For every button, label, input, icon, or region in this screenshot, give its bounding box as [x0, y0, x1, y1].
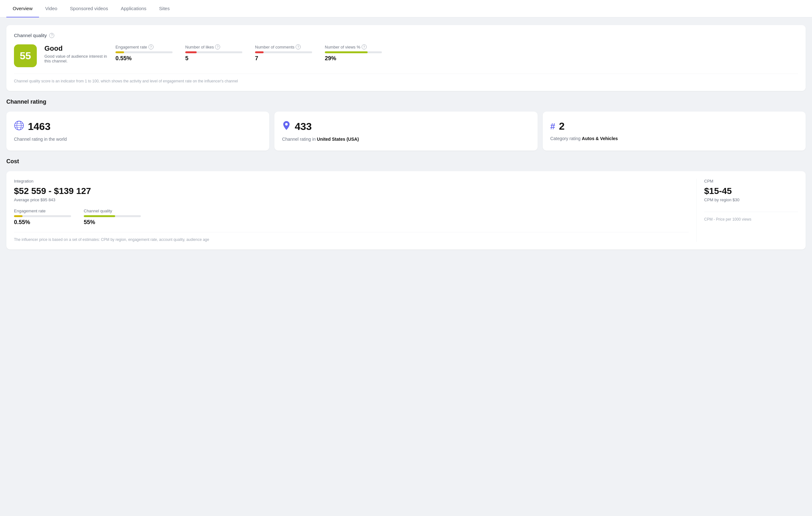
channel-quality-header: Channel quality ? [14, 33, 798, 38]
tab-applications[interactable]: Applications [115, 0, 153, 18]
page-body: Channel quality ? 55 Good Good value of … [0, 18, 812, 257]
cost-left: Integration $52 559 - $139 127 Average p… [14, 179, 697, 242]
tab-overview[interactable]: Overview [6, 0, 39, 18]
likes-help-icon[interactable]: ? [215, 44, 220, 50]
comments-help-icon[interactable]: ? [296, 44, 301, 50]
tab-sponsored[interactable]: Sponsored videos [64, 0, 115, 18]
tab-sites[interactable]: Sites [153, 0, 176, 18]
engagement-rate-value: 0.55% [115, 55, 173, 62]
score-badge: 55 [14, 44, 37, 67]
cost-inner: Integration $52 559 - $139 127 Average p… [14, 179, 798, 242]
cost-engagement-rate: Engagement rate 0.55% [14, 209, 71, 226]
metric-likes: Number of likes ? 5 [185, 44, 242, 62]
metrics-row: Engagement rate ? 0.55% Number of likes … [115, 44, 798, 62]
cpm-footnote: CPM - Price per 1000 views [704, 212, 798, 221]
integration-price: $52 559 - $139 127 [14, 186, 689, 196]
quality-grade: Good [45, 44, 108, 53]
comments-value: 7 [255, 55, 312, 62]
integration-avg: Average price $95 843 [14, 198, 689, 202]
cost-title: Cost [6, 158, 806, 165]
views-help-icon[interactable]: ? [361, 44, 367, 50]
cost-engagement-label: Engagement rate [14, 209, 71, 213]
cpm-sub: CPM by region $30 [704, 198, 798, 202]
metric-engagement-rate: Engagement rate ? 0.55% [115, 44, 173, 62]
rating-top-world: 1463 [14, 120, 262, 133]
tabs-bar: Overview Video Sponsored videos Applicat… [0, 0, 812, 18]
channel-quality-help-icon[interactable]: ? [49, 33, 54, 38]
rating-card-category: # 2 Category rating Autos & Vehicles [543, 112, 806, 151]
cpm-price: $15-45 [704, 186, 798, 196]
channel-quality-title: Channel quality [14, 33, 47, 38]
engagement-rate-fill [115, 51, 124, 53]
cost-quality-value: 55% [84, 219, 141, 226]
integration-footnote: The influencer price is based on a set o… [14, 232, 689, 242]
globe-icon [14, 120, 24, 133]
quality-main: 55 Good Good value of audience interest … [14, 44, 798, 67]
cost-quality-label: Channel quality [84, 209, 141, 213]
quality-footnote: Channel quality score is an indicator fr… [14, 73, 798, 83]
world-rating-desc: Channel rating in the world [14, 136, 262, 142]
likes-fill [185, 51, 197, 53]
cpm-label: CPM [704, 179, 798, 184]
quality-description: Good value of audience interest in this … [45, 54, 108, 63]
metric-views: Number of views % ? 29% [325, 44, 382, 62]
metric-comments-label: Number of comments ? [255, 44, 312, 50]
category-rating-desc: Category rating Autos & Vehicles [550, 136, 798, 141]
channel-rating-section: Channel rating 1463 C [6, 98, 806, 151]
views-value: 29% [325, 55, 382, 62]
engagement-rate-track [115, 51, 173, 53]
integration-label: Integration [14, 179, 689, 184]
channel-rating-title: Channel rating [6, 98, 806, 105]
cost-section: Cost Integration $52 559 - $139 127 Aver… [6, 158, 806, 249]
tab-video[interactable]: Video [39, 0, 64, 18]
cost-quality-track [84, 215, 141, 217]
likes-value: 5 [185, 55, 242, 62]
svg-point-5 [285, 123, 288, 125]
comments-fill [255, 51, 264, 53]
rating-top-category: # 2 [550, 120, 798, 132]
rating-card-country: 433 Channel rating in United States (USA… [274, 112, 537, 151]
metric-comments: Number of comments ? 7 [255, 44, 312, 62]
cost-metrics: Engagement rate 0.55% Channel quality [14, 209, 689, 226]
hash-icon: # [550, 121, 555, 131]
metric-likes-label: Number of likes ? [185, 44, 242, 50]
cost-right: CPM $15-45 CPM by region $30 CPM - Price… [697, 179, 798, 242]
world-rating-number: 1463 [28, 121, 51, 132]
cost-channel-quality: Channel quality 55% [84, 209, 141, 226]
channel-quality-card: Channel quality ? 55 Good Good value of … [6, 25, 806, 91]
quality-label: Good Good value of audience interest in … [45, 44, 108, 63]
metric-engagement-rate-label: Engagement rate ? [115, 44, 173, 50]
rating-top-country: 433 [282, 120, 530, 133]
cost-card: Integration $52 559 - $139 127 Average p… [6, 171, 806, 249]
views-track [325, 51, 382, 53]
cost-engagement-track [14, 215, 71, 217]
cost-engagement-fill [14, 215, 23, 217]
cost-engagement-value: 0.55% [14, 219, 71, 226]
country-rating-number: 433 [295, 121, 312, 132]
rating-grid: 1463 Channel rating in the world 433 [6, 112, 806, 151]
engagement-rate-help-icon[interactable]: ? [148, 44, 153, 50]
cost-quality-fill [84, 215, 115, 217]
category-rating-number: 2 [559, 120, 564, 132]
metric-views-label: Number of views % ? [325, 44, 382, 50]
likes-track [185, 51, 242, 53]
country-rating-desc: Channel rating in United States (USA) [282, 136, 530, 142]
views-fill [325, 51, 368, 53]
comments-track [255, 51, 312, 53]
pin-icon [282, 120, 291, 133]
rating-card-world: 1463 Channel rating in the world [6, 112, 269, 151]
